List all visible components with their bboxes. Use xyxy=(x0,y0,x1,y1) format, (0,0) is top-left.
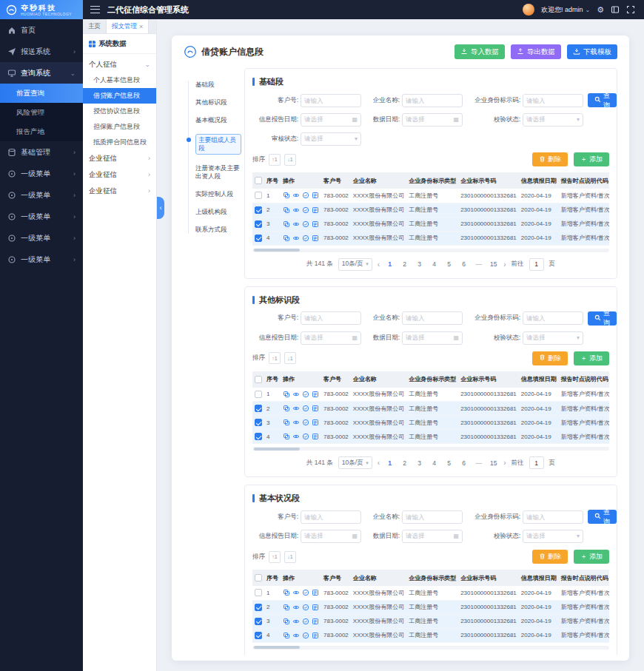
row-checkbox[interactable] xyxy=(255,391,262,398)
row-checkbox[interactable] xyxy=(255,604,262,611)
customer-no-input[interactable] xyxy=(304,513,358,521)
anchor-item[interactable]: 上级机构段 xyxy=(189,208,241,216)
anchor-item[interactable]: 基本概况段 xyxy=(189,116,241,124)
page-number[interactable]: 5 xyxy=(444,457,454,468)
report-date-picker[interactable]: 请选择 ▦ xyxy=(301,113,361,127)
panel-collapse-handle[interactable]: ‹ xyxy=(157,197,164,219)
import-data-button[interactable]: 导入数据 xyxy=(455,44,505,59)
sidebar-item-menu[interactable]: 一级菜单 › xyxy=(0,163,83,184)
view-icon[interactable] xyxy=(292,235,300,242)
data-date-picker[interactable]: 请选择 ▦ xyxy=(402,113,463,127)
scrollbar-thumb[interactable] xyxy=(254,646,300,649)
sort-desc-button[interactable]: ↓1 xyxy=(284,154,296,166)
company-name-input[interactable] xyxy=(406,97,459,104)
table-row[interactable]: 4 xyxy=(252,231,609,245)
page-size-select[interactable]: 10条/页 ▾ xyxy=(338,456,372,469)
copy-icon[interactable] xyxy=(283,220,290,228)
avatar[interactable] xyxy=(523,4,534,16)
page-last[interactable]: 15 xyxy=(489,457,498,468)
delete-button[interactable]: 删除 xyxy=(532,152,568,166)
tree-leaf[interactable]: 担保账户信息段 xyxy=(83,119,156,135)
anchor-item[interactable]: 主要组成人员段 xyxy=(189,134,241,155)
detail-icon[interactable] xyxy=(312,220,319,228)
table-row[interactable]: 4 xyxy=(252,628,609,642)
verify-icon[interactable] xyxy=(302,192,309,199)
search-button[interactable]: 查询 xyxy=(588,311,617,326)
sort-desc-button[interactable]: ↓1 xyxy=(284,551,296,563)
page-number[interactable]: 3 xyxy=(415,259,424,270)
copy-icon[interactable] xyxy=(283,192,290,199)
row-checkbox[interactable] xyxy=(255,192,262,199)
check-status-select[interactable]: 请选择 ▾ xyxy=(523,113,583,127)
row-checkbox[interactable] xyxy=(255,235,262,242)
detail-icon[interactable] xyxy=(312,632,319,639)
row-checkbox[interactable] xyxy=(255,618,262,625)
review-status-select[interactable]: 请选择 ▾ xyxy=(301,132,361,146)
copy-icon[interactable] xyxy=(283,589,290,596)
view-icon[interactable] xyxy=(292,632,300,639)
table-row[interactable]: 3 xyxy=(252,217,609,231)
tree-leaf[interactable]: 借贷账户信息段 xyxy=(83,88,156,104)
tree-node-corp[interactable]: 企业征信 › xyxy=(83,166,156,183)
sidebar-item-menu[interactable]: 一级菜单 › xyxy=(0,249,83,270)
company-id-code-input[interactable] xyxy=(526,314,580,322)
row-checkbox[interactable] xyxy=(255,206,262,214)
sort-desc-button[interactable]: ↓1 xyxy=(284,352,296,364)
sidebar-subitem[interactable]: 报告产地 xyxy=(0,122,83,141)
company-name-input[interactable] xyxy=(406,314,459,322)
sort-asc-button[interactable]: ↑1 xyxy=(269,352,281,364)
table-row[interactable]: 4 xyxy=(252,430,609,444)
data-date-picker[interactable]: 请选择 ▦ xyxy=(402,530,463,543)
check-status-select[interactable]: 请选择 ▾ xyxy=(523,331,583,345)
sidebar-item-query-system[interactable]: 查询系统 ⌄ xyxy=(0,62,83,84)
page-last[interactable]: 15 xyxy=(489,259,498,270)
detail-icon[interactable] xyxy=(312,235,319,242)
page-number[interactable]: 2 xyxy=(400,457,409,468)
close-icon[interactable]: × xyxy=(139,23,143,30)
select-all-checkbox[interactable] xyxy=(255,376,262,383)
view-icon[interactable] xyxy=(292,419,300,426)
settings-gear-icon[interactable]: ⚙ xyxy=(597,6,604,14)
report-date-picker[interactable]: 请选择 ▦ xyxy=(301,331,361,345)
tree-node-corp[interactable]: 企业征信 › xyxy=(83,183,156,199)
detail-icon[interactable] xyxy=(312,433,319,440)
page-number[interactable]: 6 xyxy=(459,259,469,270)
verify-icon[interactable] xyxy=(302,405,309,412)
row-checkbox[interactable] xyxy=(255,419,262,426)
row-checkbox[interactable] xyxy=(255,433,262,440)
anchor-item[interactable]: 实际控制人段 xyxy=(189,190,241,198)
copy-icon[interactable] xyxy=(283,206,290,214)
view-icon[interactable] xyxy=(292,206,300,214)
copy-icon[interactable] xyxy=(283,618,290,625)
verify-icon[interactable] xyxy=(302,391,309,398)
scrollbar-thumb[interactable] xyxy=(254,448,300,451)
user-menu[interactable]: 欢迎您! admin ⌄ xyxy=(541,5,590,15)
download-template-button[interactable]: 下载模板 xyxy=(567,44,617,59)
fullscreen-icon[interactable] xyxy=(626,5,635,14)
row-checkbox[interactable] xyxy=(255,220,262,228)
view-icon[interactable] xyxy=(292,220,300,228)
menu-toggle-icon[interactable] xyxy=(90,6,100,13)
goto-page-input[interactable] xyxy=(529,456,544,469)
next-page-button[interactable]: › xyxy=(503,459,506,467)
verify-icon[interactable] xyxy=(302,589,309,596)
company-name-input[interactable] xyxy=(406,513,459,521)
table-row[interactable]: 2 xyxy=(252,402,609,416)
sidebar-item-base-mgmt[interactable]: 基础管理 › xyxy=(0,141,83,163)
row-checkbox[interactable] xyxy=(255,589,262,596)
verify-icon[interactable] xyxy=(302,632,309,639)
view-icon[interactable] xyxy=(292,405,300,412)
view-icon[interactable] xyxy=(292,391,300,398)
view-icon[interactable] xyxy=(292,618,300,625)
tab-report-mgmt[interactable]: 报文管理 × xyxy=(107,19,149,33)
tree-node-corp[interactable]: 企业征信 › xyxy=(83,150,156,166)
tree-leaf[interactable]: 抵质押合同信息段 xyxy=(83,135,156,150)
company-id-code-input[interactable] xyxy=(526,513,580,521)
page-number[interactable]: 4 xyxy=(429,259,439,270)
anchor-item[interactable]: 联系方式段 xyxy=(189,226,241,234)
anchor-item[interactable]: 基础段 xyxy=(189,81,241,89)
verify-icon[interactable] xyxy=(302,235,309,242)
data-date-picker[interactable]: 请选择 ▦ xyxy=(402,331,463,345)
verify-icon[interactable] xyxy=(302,433,309,440)
report-date-picker[interactable]: 请选择 ▦ xyxy=(301,530,361,543)
